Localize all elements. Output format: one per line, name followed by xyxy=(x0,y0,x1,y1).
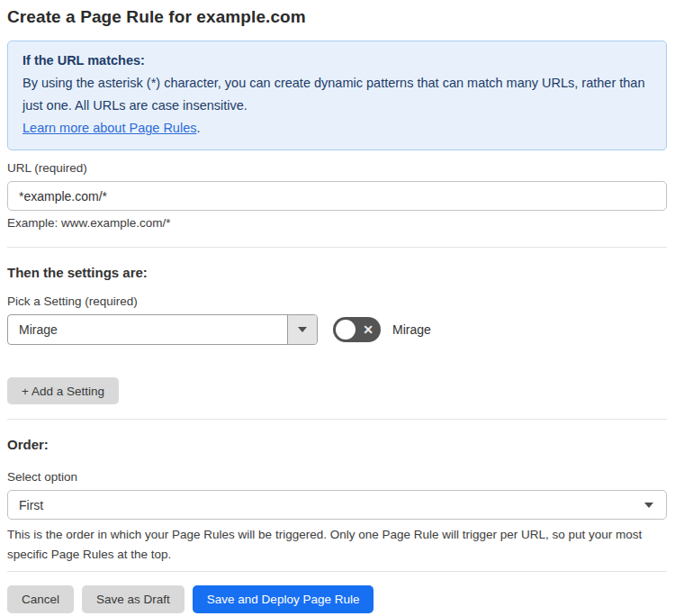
order-select-value: First xyxy=(19,498,43,512)
info-box: If the URL matches: By using the asteris… xyxy=(7,41,667,150)
setting-select[interactable]: Mirage xyxy=(7,314,318,345)
url-helper: Example: www.example.com/* xyxy=(7,216,667,230)
url-input[interactable] xyxy=(7,181,667,211)
chevron-down-icon xyxy=(298,327,307,332)
setting-select-arrow-button[interactable] xyxy=(287,315,317,344)
add-setting-button[interactable]: + Add a Setting xyxy=(7,377,119,404)
order-helper: This is the order in which your Page Rul… xyxy=(7,525,667,565)
toggle-x-icon: ✕ xyxy=(363,317,374,342)
cancel-button[interactable]: Cancel xyxy=(7,585,74,613)
setting-select-value: Mirage xyxy=(8,315,287,344)
setting-row: Mirage ✕ Mirage xyxy=(7,314,667,345)
url-label: URL (required) xyxy=(7,161,667,175)
section-divider-2 xyxy=(7,419,667,420)
setting-label: Pick a Setting (required) xyxy=(7,294,667,308)
section-divider-3 xyxy=(7,571,667,572)
save-draft-button[interactable]: Save as Draft xyxy=(82,585,184,613)
info-body: By using the asterisk (*) character, you… xyxy=(22,72,652,117)
save-deploy-button[interactable]: Save and Deploy Page Rule xyxy=(193,585,374,613)
order-heading: Order: xyxy=(7,437,667,452)
toggle-label: Mirage xyxy=(392,322,431,337)
learn-more-link[interactable]: Learn more about Page Rules xyxy=(22,121,196,135)
info-link-line: Learn more about Page Rules. xyxy=(22,117,652,140)
mirage-toggle[interactable]: ✕ xyxy=(333,317,381,342)
page-title: Create a Page Rule for example.com xyxy=(7,7,667,27)
actions-bar: Cancel Save as Draft Save and Deploy Pag… xyxy=(7,585,667,613)
link-suffix: . xyxy=(196,121,200,135)
settings-heading: Then the settings are: xyxy=(7,265,667,280)
chevron-down-icon xyxy=(644,503,653,508)
info-heading: If the URL matches: xyxy=(22,50,652,72)
order-select[interactable]: First xyxy=(7,490,667,520)
order-select-label: Select option xyxy=(7,470,667,484)
section-divider xyxy=(7,247,667,248)
toggle-knob xyxy=(336,320,356,340)
